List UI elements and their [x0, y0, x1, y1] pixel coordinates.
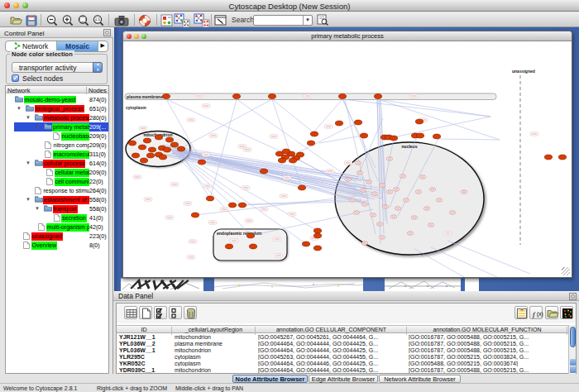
svg-text:nucleus: nucleus [402, 144, 418, 149]
svg-text:unassigned: unassigned [512, 69, 535, 74]
svg-text:1:1: 1:1 [95, 17, 101, 22]
svg-text:plasma membrane: plasma membrane [127, 94, 163, 99]
svg-text:f: f [533, 309, 536, 318]
svg-text:cytoplasm: cytoplasm [126, 105, 146, 110]
svg-text:(x): (x) [537, 311, 543, 318]
